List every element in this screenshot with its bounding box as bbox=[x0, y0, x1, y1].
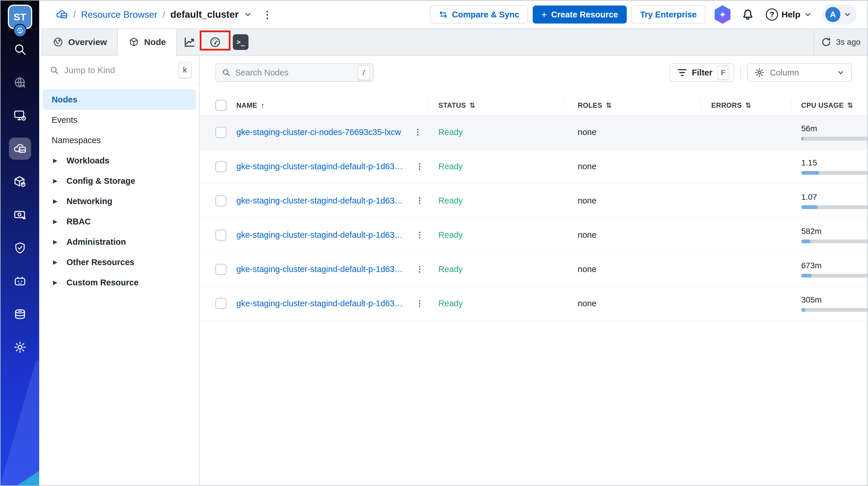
row-kebab-menu[interactable]: ⋮ bbox=[416, 265, 424, 273]
row-checkbox[interactable] bbox=[215, 161, 226, 172]
sort-ascending-icon: ↑ bbox=[261, 101, 265, 110]
column-select[interactable]: Column bbox=[747, 63, 852, 82]
row-checkbox[interactable] bbox=[215, 195, 226, 206]
tab-node-metrics-chart[interactable] bbox=[177, 29, 202, 55]
cell-status: Ready bbox=[428, 127, 565, 137]
node-name-link[interactable]: gke-staging-cluster-stagind-default-p-1d… bbox=[236, 196, 403, 206]
kind-list: ▶ Nodes ▶ Events ▶ Namespaces ▶ Workload… bbox=[39, 85, 199, 297]
tab-node[interactable]: Node bbox=[117, 29, 177, 56]
breadcrumb-cluster-name[interactable]: default_cluster bbox=[170, 9, 239, 20]
jump-to-kind-search[interactable]: Jump to Kind k bbox=[39, 56, 199, 85]
resource-browser-icon[interactable] bbox=[9, 138, 31, 160]
cell-cpu-usage: 582m bbox=[791, 227, 867, 243]
select-all-checkbox[interactable] bbox=[215, 100, 226, 111]
sidebar-kind-item[interactable]: ▶ Other Resources bbox=[43, 252, 196, 272]
sidebar-kind-item[interactable]: ▶ Administration bbox=[43, 232, 196, 252]
question-circle-icon: ? bbox=[766, 8, 778, 21]
filter-button[interactable]: Filter F bbox=[670, 63, 734, 82]
shortcut-key-slash: / bbox=[358, 65, 370, 80]
search-nodes-input[interactable]: Search Nodes / bbox=[215, 63, 374, 82]
column-header-cpu-usage[interactable]: CPU USAGE ⇅ bbox=[791, 96, 867, 115]
sidebar-kind-item[interactable]: ▶ Namespaces bbox=[43, 130, 196, 150]
sidebar-kind-item[interactable]: ▶ Custom Resource bbox=[43, 272, 196, 293]
packages-icon[interactable] bbox=[9, 171, 31, 193]
sidebar-kind-item[interactable]: ▶ Networking bbox=[43, 191, 196, 211]
expand-caret-icon: ▶ bbox=[53, 198, 66, 204]
table-row: gke-staging-cluster-stagind-default-p-1d… bbox=[200, 149, 867, 183]
sidebar-kind-label: RBAC bbox=[66, 217, 91, 226]
row-kebab-menu[interactable]: ⋮ bbox=[416, 231, 424, 239]
row-kebab-menu[interactable]: ⋮ bbox=[414, 128, 422, 136]
node-name-link[interactable]: gke-staging-cluster-ci-nodes-76693c35-lx… bbox=[236, 127, 401, 137]
compare-sync-button[interactable]: Compare & Sync bbox=[430, 5, 528, 24]
primary-nav-rail: ST bbox=[1, 1, 39, 485]
ai-sparkle-gem-icon[interactable]: ✦ bbox=[714, 5, 732, 24]
database-sync-icon[interactable] bbox=[9, 303, 31, 325]
breadcrumb-kebab-menu[interactable]: ⋮ bbox=[262, 9, 272, 20]
notifications-bell-icon[interactable] bbox=[741, 8, 754, 21]
last-refreshed-label: 3s ago bbox=[836, 37, 861, 47]
row-kebab-menu[interactable]: ⋮ bbox=[416, 196, 424, 205]
gear-icon bbox=[754, 67, 765, 78]
tab-node-monitoring-gauge[interactable] bbox=[202, 29, 228, 55]
sidebar-kind-label: Other Resources bbox=[66, 257, 134, 267]
sidebar-kind-item[interactable]: ▶ RBAC bbox=[43, 211, 196, 232]
row-kebab-menu[interactable]: ⋮ bbox=[416, 299, 424, 307]
row-kebab-menu[interactable]: ⋮ bbox=[416, 162, 424, 171]
global-search-icon[interactable] bbox=[9, 38, 31, 60]
cpu-usage-bar bbox=[801, 171, 867, 175]
user-menu-chevron-icon bbox=[843, 10, 851, 19]
expand-caret-icon: ▶ bbox=[53, 279, 66, 286]
cpu-usage-bar-fill bbox=[801, 308, 805, 312]
create-resource-button[interactable]: + Create Resource bbox=[533, 5, 627, 24]
cell-cpu-usage: 1.07 bbox=[791, 192, 867, 209]
node-list-panel: Search Nodes / Filter F Column bbox=[200, 56, 867, 485]
row-checkbox[interactable] bbox=[215, 230, 226, 241]
security-shield-icon[interactable] bbox=[9, 237, 31, 259]
cell-name: gke-staging-cluster-stagind-default-p-1d… bbox=[200, 264, 428, 275]
bot-icon[interactable] bbox=[9, 270, 31, 292]
sort-toggle-icon: ⇅ bbox=[745, 101, 751, 110]
row-checkbox[interactable] bbox=[215, 298, 226, 309]
sidebar-kind-item[interactable]: ▶ Config & Storage bbox=[43, 171, 196, 191]
app-logo[interactable]: ST bbox=[8, 5, 32, 35]
tab-node-terminal[interactable]: >_ bbox=[228, 29, 253, 55]
cell-name: gke-staging-cluster-stagind-default-p-1d… bbox=[200, 230, 428, 241]
cpu-usage-bar-fill bbox=[801, 274, 812, 278]
cpu-usage-bar-fill bbox=[801, 240, 810, 243]
cpu-value: 305m bbox=[801, 295, 867, 305]
cpu-value: 1.07 bbox=[801, 192, 867, 202]
column-header-errors[interactable]: ERRORS ⇅ bbox=[701, 96, 791, 115]
top-actions: Compare & Sync + Create Resource Try Ent… bbox=[430, 5, 857, 24]
applications-icon[interactable] bbox=[9, 104, 31, 127]
sidebar-kind-item[interactable]: ▶ Events bbox=[43, 110, 196, 130]
help-menu[interactable]: ? Help bbox=[766, 8, 812, 21]
tab-overview[interactable]: Overview bbox=[42, 29, 117, 55]
toolbar-divider bbox=[740, 66, 741, 79]
row-checkbox[interactable] bbox=[215, 264, 226, 275]
global-overview-icon[interactable] bbox=[9, 71, 31, 93]
breadcrumb-resource-browser-link[interactable]: Resource Browser bbox=[81, 9, 157, 20]
settings-gear-icon[interactable] bbox=[9, 336, 31, 358]
cluster-dropdown-chevron-icon[interactable] bbox=[244, 10, 252, 19]
sidebar-kind-label: Workloads bbox=[66, 156, 110, 165]
row-checkbox[interactable] bbox=[215, 127, 226, 138]
search-nodes-placeholder: Search Nodes bbox=[235, 68, 353, 78]
column-header-name[interactable]: NAME ↑ bbox=[200, 96, 428, 115]
column-header-roles[interactable]: ROLES ⇅ bbox=[565, 96, 701, 115]
refresh-control[interactable]: 3s ago bbox=[813, 29, 867, 55]
node-name-link[interactable]: gke-staging-cluster-stagind-default-p-1d… bbox=[236, 162, 403, 171]
sidebar-kind-item[interactable]: ▶ Workloads bbox=[43, 150, 196, 171]
filter-icon bbox=[677, 69, 687, 76]
node-name-link[interactable]: gke-staging-cluster-stagind-default-p-1d… bbox=[236, 299, 403, 308]
cost-visibility-icon[interactable] bbox=[9, 204, 31, 226]
sidebar-kind-item[interactable]: ▶ Nodes bbox=[43, 89, 196, 110]
try-enterprise-button[interactable]: Try Enterprise bbox=[631, 5, 706, 24]
cell-cpu-usage: 56m bbox=[791, 124, 867, 141]
table-body: gke-staging-cluster-ci-nodes-76693c35-lx… bbox=[200, 115, 867, 321]
node-name-link[interactable]: gke-staging-cluster-stagind-default-p-1d… bbox=[236, 265, 403, 274]
user-menu[interactable]: A bbox=[823, 5, 857, 24]
column-header-status[interactable]: STATUS ⇅ bbox=[428, 96, 565, 115]
top-bar: / Resource Browser / default_cluster ⋮ C… bbox=[39, 1, 867, 28]
node-name-link[interactable]: gke-staging-cluster-stagind-default-p-1d… bbox=[236, 230, 403, 240]
